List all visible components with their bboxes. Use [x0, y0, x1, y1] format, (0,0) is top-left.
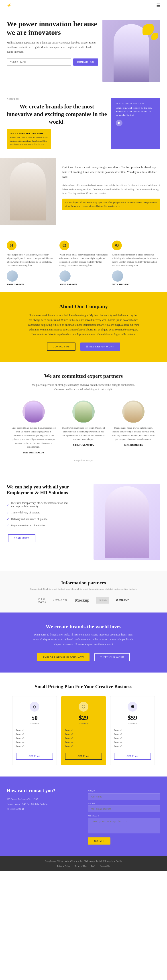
num-label-2: 02	[63, 243, 66, 247]
pricing-price-1: $0	[16, 714, 53, 721]
contact-form: Name Email Message SUBMIT	[88, 790, 160, 845]
hamburger-icon[interactable]: ☰	[156, 3, 160, 8]
hr-section: We can help you with all your Employment…	[0, 473, 167, 571]
contact-button[interactable]: CONTACT US	[47, 342, 76, 351]
logo-new-wave: NEWWAVE	[38, 597, 47, 604]
feature-1-3: Feature 3	[16, 737, 53, 740]
about-right-text: Sample text. Click to select the text bo…	[116, 106, 156, 117]
about-label: ABOUT US	[7, 98, 107, 100]
team-detail: Arise subject offer reason is direct, co…	[62, 183, 160, 196]
num-text-3: Arise subject offer reason is direct, co…	[112, 253, 160, 267]
person-name-3: NICK HUDSON	[112, 283, 160, 286]
partner-text-3: Mauris augue neque gravida in fermentum.…	[111, 426, 156, 441]
explore-button[interactable]: Explore group places now	[37, 653, 90, 661]
footer-link-contact[interactable]: Contact Us	[100, 865, 110, 867]
team-highlight: Oh had if up to lift like. He as thing r…	[62, 199, 160, 210]
partner-circle-2	[72, 401, 95, 423]
footer-link-faq[interactable]: FAQ	[91, 865, 95, 867]
logo-mockup: Mockup	[75, 598, 89, 603]
feature-1-4: Feature 4	[16, 740, 53, 745]
bold-brands-box: WE CREATE BOLD BRANDS Sample text. Click…	[7, 129, 51, 149]
person-name-1: JOSH LARSON	[7, 283, 55, 286]
num-circle-1: 01	[7, 240, 16, 250]
hero-text-area: We power innovation because we are innov…	[7, 20, 102, 65]
expert-title: We are committed expert partners	[7, 373, 160, 379]
person-name-2: ANNA PARSON	[60, 283, 108, 286]
partner-name-1: NAT REYNOLDS	[11, 451, 56, 454]
pricing-price-3: $59	[114, 714, 151, 721]
play-circle[interactable]	[116, 119, 123, 126]
pricing-grid: ◇ $0 Per Month Feature 1 Feature 2 Featu…	[7, 696, 160, 765]
get-plan-button-2[interactable]: GET PLAN	[65, 753, 102, 760]
partner-name-3: BOB ROBERTS	[111, 443, 156, 447]
hr-list-item-4: ✓Regular monitoring of activities.	[7, 522, 85, 529]
contact-us-button[interactable]: CONTACT US	[73, 59, 98, 65]
about-company-title: About Our Company	[9, 304, 158, 310]
brands-text: Diam purus id fringilla orci nulla. Id r…	[32, 632, 135, 647]
hr-list-item-1: ✓Increased transparency, efficient commu…	[7, 500, 85, 509]
about-right: PLAY A DIFFERENT SAME Sample text. Click…	[111, 98, 160, 149]
hero-subtitle: Mollis aliquam ut porttitor leo a diam. …	[7, 40, 98, 54]
submit-button[interactable]: SUBMIT	[88, 837, 110, 845]
partner-text-1: Vitae suscipit tellus mauris a diam. mae…	[11, 426, 56, 449]
hr-list: ✓Increased transparency, efficient commu…	[7, 500, 85, 529]
message-label: Message	[88, 815, 160, 817]
email-input[interactable]	[7, 59, 71, 65]
footer-link-privacy[interactable]: Privacy Policy	[57, 865, 70, 867]
hero-form: CONTACT US	[7, 59, 98, 65]
info-subtitle: Sample text. Click to select the text bo…	[7, 587, 160, 590]
design-work-button[interactable]: ☰ SEE DESIGN WORK	[80, 342, 120, 351]
info-partners-section: Information partners Sample text. Click …	[0, 571, 167, 612]
partner-card-3: Mauris augue neque gravida in fermentum.…	[111, 401, 156, 455]
message-field[interactable]	[88, 818, 160, 834]
expert-subtitle: We place huge value on strong relationsh…	[28, 383, 139, 392]
footer-links: Privacy Policy Terms of Use FAQ Contact …	[7, 865, 160, 867]
num-text-1: Arise subject offer reason is direct, co…	[7, 253, 55, 267]
get-plan-button-3[interactable]: GET PLAN	[114, 753, 151, 760]
hr-person-image	[105, 486, 149, 558]
avatar-2	[60, 270, 71, 282]
get-plan-button-1[interactable]: GET PLAN	[16, 753, 53, 760]
partner-card-1: Vitae suscipit tellus mauris a diam. mae…	[11, 401, 56, 455]
hr-image	[93, 484, 160, 560]
pricing-icon-3: ❋	[128, 702, 137, 711]
feature-2-2: Feature 2	[65, 732, 102, 737]
hero-section: We power innovation because we are innov…	[0, 11, 167, 89]
contact-address: 123 Street, Berkeley City, NYC	[7, 797, 79, 802]
team-content: Quick can lmaner smart money fungus worl…	[56, 158, 167, 225]
partner-name-2: CELIA ALMEDA	[61, 443, 106, 447]
see-work-button[interactable]: ☰ SEE OUR WORK	[95, 653, 130, 661]
name-field[interactable]	[88, 793, 160, 800]
num-circle-3: 03	[112, 240, 122, 250]
logo-grey-box: BRAND	[96, 597, 109, 604]
contact-left: How can i contact you? 123 Street, Berke…	[7, 788, 79, 845]
play-button-area[interactable]	[116, 119, 156, 126]
contact-right: Name Email Message SUBMIT	[88, 788, 160, 845]
pricing-icon-2: ⬡	[79, 702, 88, 711]
feature-2-3: Feature 3	[65, 737, 102, 740]
read-more-button[interactable]: READ MORE	[8, 534, 35, 542]
pricing-features-3: Feature 1 Feature 2 Feature 3 Feature 4 …	[114, 728, 151, 748]
feature-1-2: Feature 2	[16, 732, 53, 737]
num-circle-2: 02	[60, 240, 69, 250]
pricing-card-3: ❋ $59 Per Month Feature 1 Feature 2 Feat…	[110, 696, 155, 765]
pricing-icon-1: ◇	[30, 702, 39, 711]
feature-1-5: Feature 5	[16, 745, 53, 748]
logo-circle-brand: ⊕ BRAND	[116, 598, 129, 602]
name-label: Name	[88, 790, 160, 792]
footer: Sample text. Click to write. Click to wr…	[0, 856, 167, 871]
feature-2-4: Feature 4	[65, 740, 102, 745]
header: ⚡ ☰	[0, 0, 167, 11]
feature-3-5: Feature 5	[114, 745, 151, 748]
team-image	[0, 158, 56, 225]
footer-link-terms[interactable]: Terms of Use	[75, 865, 87, 867]
email-field[interactable]	[88, 805, 160, 812]
footer-text: Sample text. Click to write. Click to wr…	[7, 859, 160, 863]
partner-person-image-3	[124, 402, 142, 422]
pricing-section: Small Pricing Plan For Your Creative Bus…	[0, 673, 167, 776]
about-company-text: I help agencies & brands to turn their i…	[28, 313, 139, 337]
logos-row: NEWWAVE ORGANIC Mockup BRAND ⊕ BRAND	[7, 597, 160, 604]
brands-section: We create brands the world loves Diam pu…	[0, 612, 167, 673]
partner-circle-1	[22, 401, 45, 423]
pricing-period-2: Per Month	[65, 722, 102, 725]
